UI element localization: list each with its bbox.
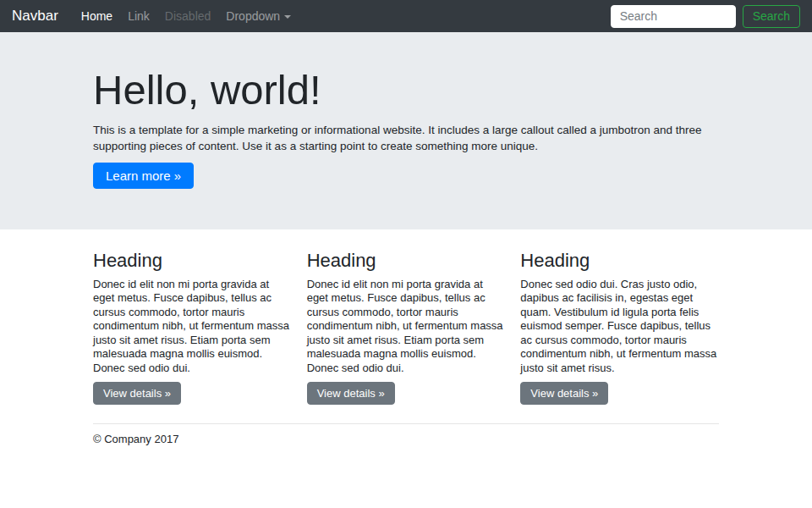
content-column-2: Heading Donec id elit non mi porta gravi…	[307, 250, 506, 405]
main-content: Heading Donec id elit non mi porta gravi…	[93, 250, 719, 471]
learn-more-button[interactable]: Learn more »	[93, 163, 194, 189]
content-column-3: Heading Donec sed odio dui. Cras justo o…	[520, 250, 719, 405]
search-form: Search	[611, 5, 800, 28]
footer: © Company 2017	[93, 433, 719, 471]
nav-item-disabled: Disabled	[157, 9, 218, 23]
search-input[interactable]	[611, 5, 736, 28]
jumbotron-description: This is a template for a simple marketin…	[93, 123, 719, 154]
caret-down-icon	[284, 15, 291, 19]
column-heading: Heading	[307, 250, 506, 272]
column-text: Donec sed odio dui. Cras justo odio, dap…	[520, 278, 719, 376]
content-column-1: Heading Donec id elit non mi porta gravi…	[93, 250, 292, 405]
column-text: Donec id elit non mi porta gravida at eg…	[93, 278, 292, 376]
navbar-nav: Home Link Disabled Dropdown	[74, 9, 611, 23]
navbar: Navbar Home Link Disabled Dropdown Searc…	[0, 0, 812, 32]
column-heading: Heading	[93, 250, 292, 272]
jumbotron-container: Hello, world! This is a template for a s…	[93, 66, 719, 189]
jumbotron-title: Hello, world!	[93, 66, 719, 114]
column-text: Donec id elit non mi porta gravida at eg…	[307, 278, 506, 376]
view-details-button-2[interactable]: View details »	[307, 382, 395, 405]
nav-item-dropdown[interactable]: Dropdown	[218, 9, 299, 23]
copyright-text: © Company 2017	[93, 433, 719, 471]
view-details-button-3[interactable]: View details »	[520, 382, 608, 405]
nav-item-home[interactable]: Home	[74, 9, 120, 23]
navbar-brand[interactable]: Navbar	[12, 8, 58, 25]
jumbotron: Hello, world! This is a template for a s…	[0, 32, 812, 229]
view-details-button-1[interactable]: View details »	[93, 382, 181, 405]
nav-item-dropdown-label: Dropdown	[226, 9, 280, 23]
content-row: Heading Donec id elit non mi porta gravi…	[93, 250, 719, 405]
column-heading: Heading	[520, 250, 719, 272]
footer-divider	[93, 423, 719, 424]
nav-item-link[interactable]: Link	[120, 9, 157, 23]
search-button[interactable]: Search	[743, 5, 800, 28]
